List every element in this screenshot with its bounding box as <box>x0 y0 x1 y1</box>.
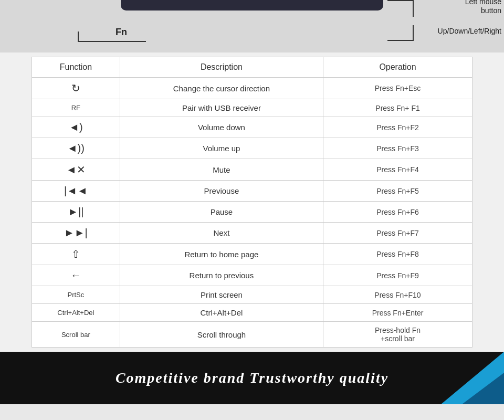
table-row: RFPair with USB receiverPress Fn+ F1 <box>32 99 472 117</box>
left-mouse-button-label: Left mousebutton <box>465 0 501 15</box>
description-cell: Return to home page <box>120 244 323 265</box>
bottom-banner: Competitive brand Trustworthy quality <box>0 352 504 404</box>
table-row: ◄)Volume downPress Fn+F2 <box>32 117 472 138</box>
table-row: ⇧Return to home pagePress Fn+F8 <box>32 244 472 265</box>
function-cell: ◄)) <box>32 138 120 159</box>
udlr-line-horiz <box>387 40 414 41</box>
description-cell: Change the cursor direction <box>120 78 323 99</box>
col-header-function: Function <box>32 57 120 78</box>
operation-cell: Press Fn+Enter <box>323 304 472 322</box>
operation-cell: Press Fn+F6 <box>323 202 472 223</box>
keyboard-diagram: Fn Left mousebutton Up/Down/Left/Right <box>0 0 504 47</box>
function-cell: ◄) <box>32 117 120 138</box>
table-row: ←Return to previousPress Fn+F9 <box>32 265 472 286</box>
function-table-section: Function Description Operation ↻Change t… <box>0 52 504 352</box>
description-cell: Ctrl+Alt+Del <box>120 304 323 322</box>
operation-cell: Press-hold Fn+scroll bar <box>323 322 472 348</box>
table-row: ◄✕MutePress Fn+F4 <box>32 159 472 181</box>
device-top-bar <box>121 0 383 10</box>
description-cell: Pause <box>120 202 323 223</box>
table-row: ►||PausePress Fn+F6 <box>32 202 472 223</box>
function-cell: ►|| <box>32 202 120 223</box>
table-row: |◄◄PreviousePress Fn+F5 <box>32 181 472 202</box>
description-cell: Print screen <box>120 286 323 304</box>
function-cell: ← <box>32 265 120 286</box>
col-header-operation: Operation <box>323 57 472 78</box>
description-cell: Return to previous <box>120 265 323 286</box>
function-cell: ◄✕ <box>32 159 120 181</box>
lmb-line-horiz <box>387 0 414 1</box>
description-cell: Next <box>120 223 323 244</box>
function-cell: ↻ <box>32 78 120 99</box>
operation-cell: Press Fn+F2 <box>323 117 472 138</box>
description-cell: Volume down <box>120 117 323 138</box>
table-row: ↻Change the cursor directionPress Fn+Esc <box>32 78 472 99</box>
function-cell: ►►| <box>32 223 120 244</box>
table-row: Scroll barScroll throughPress-hold Fn+sc… <box>32 322 472 348</box>
col-header-description: Description <box>120 57 323 78</box>
operation-cell: Press Fn+F5 <box>323 181 472 202</box>
description-cell: Pair with USB receiver <box>120 99 323 117</box>
operation-cell: Press Fn+Esc <box>323 78 472 99</box>
operation-cell: Press Fn+F9 <box>323 265 472 286</box>
function-cell: Ctrl+Alt+Del <box>32 304 120 322</box>
fn-bracket <box>78 32 146 42</box>
operation-cell: Press Fn+F7 <box>323 223 472 244</box>
function-cell: Scroll bar <box>32 322 120 348</box>
operation-cell: Press Fn+F8 <box>323 244 472 265</box>
udlr-line-vert <box>413 25 414 41</box>
function-table: Function Description Operation ↻Change t… <box>32 57 472 348</box>
description-cell: Volume up <box>120 138 323 159</box>
table-row: ◄))Volume upPress Fn+F3 <box>32 138 472 159</box>
description-cell: Scroll through <box>120 322 323 348</box>
table-row: PrtScPrint screenPress Fn+F10 <box>32 286 472 304</box>
operation-cell: Press Fn+F3 <box>323 138 472 159</box>
operation-cell: Press Fn+F4 <box>323 159 472 181</box>
operation-cell: Press Fn+F10 <box>323 286 472 304</box>
table-row: Ctrl+Alt+DelCtrl+Alt+DelPress Fn+Enter <box>32 304 472 322</box>
keyboard-diagram-section: Fn Left mousebutton Up/Down/Left/Right <box>0 0 504 52</box>
function-cell: PrtSc <box>32 286 120 304</box>
function-cell: ⇧ <box>32 244 120 265</box>
updown-left-right-label: Up/Down/Left/Right <box>438 27 501 35</box>
right-labels: Left mousebutton Up/Down/Left/Right <box>438 0 504 35</box>
operation-cell: Press Fn+ F1 <box>323 99 472 117</box>
fn-label: Fn <box>116 27 127 38</box>
banner-text: Competitive brand Trustworthy quality <box>116 370 388 386</box>
function-cell: RF <box>32 99 120 117</box>
table-row: ►►|NextPress Fn+F7 <box>32 223 472 244</box>
function-cell: |◄◄ <box>32 181 120 202</box>
lmb-line-vert <box>413 0 414 17</box>
blue-triangle-small <box>462 373 504 404</box>
description-cell: Previouse <box>120 181 323 202</box>
description-cell: Mute <box>120 159 323 181</box>
